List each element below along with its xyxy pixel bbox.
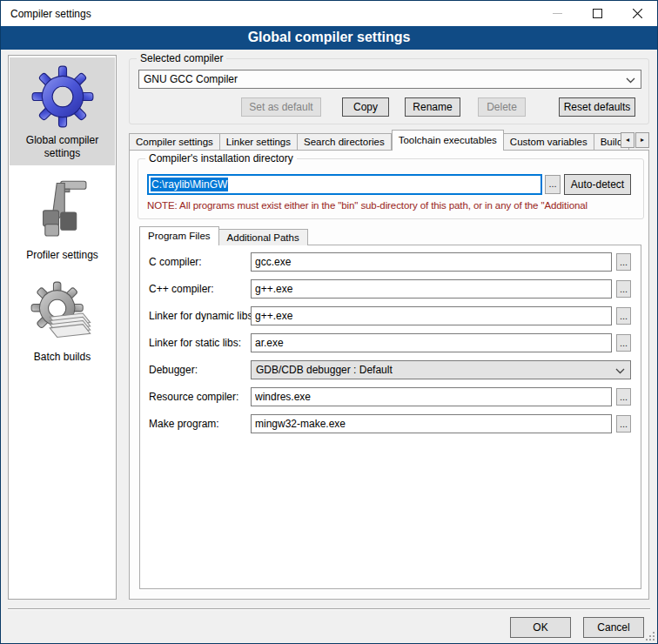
install-dir-note: NOTE: All programs must exist either in … bbox=[147, 200, 640, 211]
window-title: Compiler settings bbox=[1, 8, 91, 20]
footer-divider bbox=[8, 608, 650, 610]
compiler-settings-dialog: Compiler settings Global compiler settin… bbox=[0, 0, 658, 644]
dynamic-linker-browse-button[interactable]: ... bbox=[616, 307, 631, 325]
install-dir-group: Compiler's installation directory C:\ray… bbox=[138, 158, 644, 219]
blue-gear-icon bbox=[11, 64, 113, 129]
sidebar-item-global-compiler-settings[interactable]: Global compiler settings bbox=[10, 57, 115, 165]
debugger-label: Debugger: bbox=[149, 364, 198, 376]
subtab-program-files[interactable]: Program Files bbox=[139, 226, 219, 245]
maximize-button[interactable] bbox=[577, 1, 617, 26]
maximize-icon bbox=[593, 9, 602, 18]
tab-linker-settings[interactable]: Linker settings bbox=[220, 133, 298, 151]
tab-search-directories[interactable]: Search directories bbox=[298, 133, 392, 151]
gray-gear-stack-icon bbox=[11, 281, 113, 345]
c-compiler-input[interactable] bbox=[251, 252, 612, 272]
dynamic-linker-label: Linker for dynamic libs: bbox=[149, 310, 256, 322]
field-row-c-compiler: C compiler: ... bbox=[140, 252, 641, 272]
chevron-down-icon bbox=[626, 77, 635, 84]
install-dir-group-label: Compiler's installation directory bbox=[145, 152, 297, 164]
resize-grip[interactable] bbox=[646, 632, 655, 641]
field-row-make-program: Make program: ... bbox=[140, 414, 641, 433]
dialog-body: Global compiler settings bbox=[1, 50, 657, 643]
title-bar: Compiler settings bbox=[1, 1, 657, 26]
field-row-resource-compiler: Resource compiler: ... bbox=[140, 387, 641, 406]
rename-button[interactable]: Rename bbox=[405, 97, 460, 117]
main-tab-strip: Compiler settings Linker settings Search… bbox=[129, 130, 649, 151]
tab-toolchain-executables[interactable]: Toolchain executables bbox=[392, 130, 504, 151]
sidebar-item-label: Batch builds bbox=[11, 351, 113, 364]
tab-custom-variables[interactable]: Custom variables bbox=[504, 133, 594, 151]
dynamic-linker-input[interactable] bbox=[251, 306, 612, 325]
field-row-debugger: Debugger: GDB/CDB debugger : Default bbox=[140, 360, 641, 379]
minimize-icon bbox=[553, 9, 562, 18]
footer-buttons: OK Cancel bbox=[510, 617, 644, 638]
toolchain-executables-panel: Compiler's installation directory C:\ray… bbox=[129, 150, 649, 600]
field-row-cpp-compiler: C++ compiler: ... bbox=[140, 279, 641, 299]
close-button[interactable] bbox=[617, 1, 657, 26]
resource-compiler-browse-button[interactable]: ... bbox=[616, 388, 631, 406]
toolchain-subtabs: Program Files Additional Paths bbox=[139, 226, 308, 245]
auto-detect-button[interactable]: Auto-detect bbox=[564, 174, 631, 195]
tab-scroll-buttons: ◂ ▸ bbox=[621, 132, 649, 148]
sidebar-item-label: Global compiler settings bbox=[11, 134, 113, 160]
program-files-panel: C compiler: ... C++ compiler: ... Linker… bbox=[139, 245, 641, 589]
static-linker-input[interactable] bbox=[251, 333, 612, 352]
window-controls bbox=[537, 1, 657, 26]
chevron-down-icon bbox=[615, 368, 625, 374]
delete-button[interactable]: Delete bbox=[478, 97, 526, 117]
install-dir-browse-button[interactable]: ... bbox=[545, 175, 561, 194]
minimize-button[interactable] bbox=[537, 1, 577, 26]
sidebar-item-label: Profiler settings bbox=[11, 249, 113, 262]
cpp-compiler-label: C++ compiler: bbox=[149, 283, 214, 295]
cancel-button[interactable]: Cancel bbox=[583, 617, 644, 638]
caliper-icon bbox=[11, 179, 113, 244]
reset-defaults-button[interactable]: Reset defaults bbox=[559, 97, 635, 117]
close-icon bbox=[633, 9, 642, 18]
sidebar-item-profiler-settings[interactable]: Profiler settings bbox=[10, 172, 115, 267]
field-row-dynamic-linker: Linker for dynamic libs: ... bbox=[140, 306, 641, 325]
debugger-select-value: GDB/CDB debugger : Default bbox=[256, 364, 393, 376]
resource-compiler-label: Resource compiler: bbox=[149, 391, 238, 403]
set-as-default-button[interactable]: Set as default bbox=[241, 97, 321, 117]
c-compiler-label: C compiler: bbox=[149, 256, 202, 268]
tab-scroll-right-button[interactable]: ▸ bbox=[635, 132, 649, 148]
static-linker-label: Linker for static libs: bbox=[149, 337, 241, 349]
install-dir-input[interactable]: C:\raylib\MinGW bbox=[147, 174, 542, 195]
c-compiler-browse-button[interactable]: ... bbox=[616, 253, 631, 271]
cpp-compiler-browse-button[interactable]: ... bbox=[616, 280, 631, 298]
subtab-additional-paths[interactable]: Additional Paths bbox=[219, 229, 308, 245]
static-linker-browse-button[interactable]: ... bbox=[616, 334, 631, 352]
sidebar-item-batch-builds[interactable]: Batch builds bbox=[10, 274, 115, 369]
make-program-input[interactable] bbox=[251, 414, 612, 433]
compiler-select[interactable]: GNU GCC Compiler bbox=[138, 70, 641, 89]
selected-compiler-group-label: Selected compiler bbox=[137, 52, 226, 64]
cpp-compiler-input[interactable] bbox=[251, 279, 612, 299]
install-dir-selected-text: C:\raylib\MinGW bbox=[151, 178, 228, 191]
settings-category-list: Global compiler settings bbox=[8, 55, 117, 600]
tab-scroll-left-button[interactable]: ◂ bbox=[621, 132, 634, 148]
field-row-static-linker: Linker for static libs: ... bbox=[140, 333, 641, 352]
compiler-select-value: GNU GCC Compiler bbox=[144, 73, 238, 85]
resource-compiler-input[interactable] bbox=[251, 387, 612, 406]
copy-button[interactable]: Copy bbox=[342, 97, 389, 117]
debugger-select[interactable]: GDB/CDB debugger : Default bbox=[251, 360, 631, 379]
make-program-label: Make program: bbox=[149, 418, 219, 430]
make-program-browse-button[interactable]: ... bbox=[616, 415, 631, 433]
selected-compiler-group: Selected compiler GNU GCC Compiler Set a… bbox=[129, 58, 649, 124]
compiler-actions: Set as default Copy Rename Delete Reset … bbox=[241, 97, 635, 117]
tab-compiler-settings[interactable]: Compiler settings bbox=[129, 133, 220, 151]
ok-button[interactable]: OK bbox=[510, 617, 571, 638]
dialog-banner: Global compiler settings bbox=[1, 26, 657, 50]
